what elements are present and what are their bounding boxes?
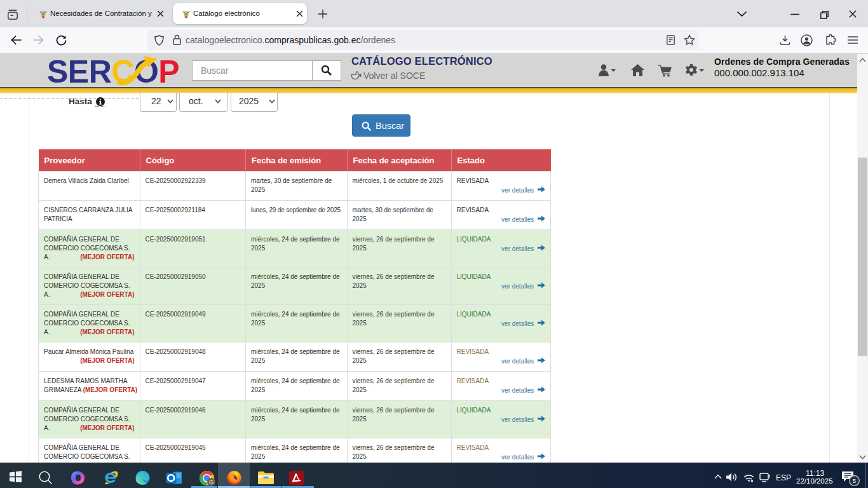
svg-text:5: 5 — [853, 477, 856, 484]
svg-text:G: G — [209, 479, 214, 485]
